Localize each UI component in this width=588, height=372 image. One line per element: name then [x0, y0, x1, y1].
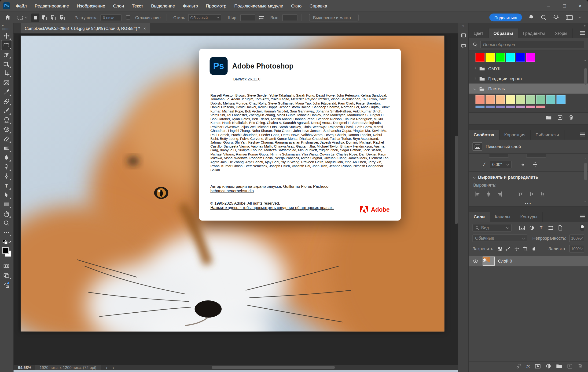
brush-tool[interactable] [1, 106, 11, 115]
add-selection-button[interactable] [40, 13, 48, 21]
expand-dock-button[interactable]: » [462, 23, 464, 29]
select-and-mask-button[interactable]: Выделение и маска... [309, 14, 359, 21]
toolbar-grip[interactable]: |||||||| [2, 28, 10, 31]
color-swatch-partial[interactable] [526, 106, 535, 108]
vertical-scrollbar-thumb[interactable] [455, 136, 458, 224]
feather-input[interactable]: 0 пикс. [101, 14, 122, 21]
color-swatch[interactable] [536, 95, 545, 104]
align-right-icon[interactable] [496, 191, 503, 197]
dodge-tool[interactable] [1, 162, 11, 172]
swatches-scrollbar[interactable]: ⌃ ⌄ [584, 51, 587, 112]
layer-row-selected[interactable]: Слой 0 [469, 256, 588, 266]
color-swatch[interactable] [486, 95, 495, 104]
more-options-dots[interactable]: ••• [469, 197, 588, 205]
menu-item[interactable]: Просмотр [206, 3, 226, 9]
color-swatch[interactable] [526, 95, 535, 104]
discover-bulb-icon[interactable] [553, 14, 559, 21]
tab-properties[interactable]: Свойства [469, 130, 500, 140]
tab-channels[interactable]: Каналы [490, 212, 515, 222]
object-selection-tool[interactable] [1, 59, 11, 69]
height-input[interactable] [282, 14, 297, 21]
scrollbar-thumb[interactable] [584, 163, 587, 180]
new-layer-icon[interactable] [567, 363, 573, 369]
crop-tool[interactable] [1, 69, 11, 78]
blend-mode-dropdown[interactable]: Обычные [472, 234, 527, 242]
fill-input[interactable]: 100% [569, 245, 584, 252]
color-swatch[interactable] [556, 95, 565, 104]
swatch-group-grayscale[interactable]: Градации серого [469, 73, 588, 83]
new-group-folder-icon[interactable] [546, 115, 552, 120]
color-swatch[interactable] [546, 95, 555, 104]
frame-tool[interactable] [1, 78, 11, 87]
filter-image-icon[interactable] [519, 225, 525, 230]
subtract-selection-button[interactable] [49, 13, 57, 21]
scroll-down-icon[interactable]: ⌄ [584, 200, 587, 203]
tab-adjustments[interactable]: Коррекция [499, 130, 531, 140]
intersect-selection-button[interactable] [58, 13, 66, 21]
align-center-h-icon[interactable] [486, 191, 492, 197]
trash-icon[interactable] [568, 115, 574, 120]
home-button[interactable] [3, 13, 12, 22]
tab-paths[interactable]: Контуры [515, 212, 543, 222]
new-selection-button[interactable] [31, 13, 39, 21]
quick-mask-button[interactable] [1, 261, 11, 271]
tab-patterns[interactable]: Узоры [550, 29, 573, 38]
color-swatch-partial[interactable] [486, 106, 495, 108]
layer-style-fx-button[interactable]: fx [526, 363, 530, 369]
history-brush-tool[interactable] [1, 125, 11, 134]
move-tool[interactable] [1, 31, 11, 40]
width-input[interactable] [240, 14, 255, 21]
tab-swatches[interactable]: Образцы [489, 29, 518, 38]
lock-artboard-icon[interactable] [523, 246, 528, 251]
behance-link[interactable]: behance.net/orbehstudio [210, 189, 254, 193]
close-button[interactable]: × [572, 0, 588, 12]
color-swatch[interactable] [486, 53, 495, 62]
pen-tool[interactable] [1, 172, 11, 181]
color-swatch-partial[interactable] [475, 106, 484, 108]
menu-item[interactable]: Слои [113, 3, 124, 9]
menu-item[interactable]: Окно [291, 3, 302, 9]
lock-pixels-brush-icon[interactable] [506, 246, 511, 251]
color-swatch[interactable] [496, 53, 505, 62]
screen-mode-button[interactable] [1, 271, 11, 280]
status-prev-icon[interactable]: ‹ [113, 365, 114, 370]
delete-layer-trash-icon[interactable] [578, 363, 583, 369]
add-mask-icon[interactable] [535, 363, 541, 369]
gradient-tool[interactable] [1, 144, 11, 153]
more-tools-button[interactable] [1, 228, 11, 237]
color-swatch[interactable] [496, 95, 505, 104]
menu-item[interactable]: Выделение [151, 3, 175, 9]
menu-item[interactable]: Текст [132, 3, 143, 9]
align-middle-v-icon[interactable] [528, 191, 534, 197]
workspace-icon[interactable] [566, 14, 573, 20]
foreground-background-swatches[interactable] [1, 246, 11, 259]
panel-menu-icon[interactable] [580, 215, 585, 218]
layer-visibility-eye-icon[interactable] [472, 259, 479, 263]
filter-toggle-switch[interactable] [580, 224, 584, 231]
lock-all-icon[interactable] [532, 246, 536, 251]
notifications-bell-icon[interactable] [528, 14, 534, 20]
eraser-tool[interactable] [1, 134, 11, 144]
antialias-checkbox[interactable] [126, 15, 130, 20]
menu-item[interactable]: Редактирование [35, 3, 69, 9]
color-swatch[interactable] [516, 95, 525, 104]
menu-item[interactable]: Подключаемые модули [234, 3, 283, 9]
new-group-icon[interactable] [556, 364, 562, 369]
color-swatch[interactable] [526, 53, 535, 62]
zoom-tool[interactable] [1, 218, 11, 228]
comments-panel-button[interactable] [459, 41, 468, 50]
toolbar-collapse-button[interactable]: » [0, 23, 13, 28]
scroll-up-icon[interactable]: ⌃ [584, 159, 587, 161]
lock-position-icon[interactable] [514, 246, 519, 251]
align-top-icon[interactable] [517, 191, 524, 197]
angle-input[interactable]: 0,00° [490, 161, 512, 168]
copyright-details-link[interactable]: Нажмите здесь, чтобы просмотреть сведени… [210, 205, 334, 210]
lock-transparency-icon[interactable] [497, 246, 502, 251]
tool-preset-button[interactable] [17, 14, 27, 21]
color-swatch-partial[interactable] [496, 106, 505, 108]
tab-gradients[interactable]: Градиенты [518, 29, 550, 38]
color-swatch[interactable] [475, 95, 484, 104]
tab-libraries[interactable]: Библиотеки [531, 130, 564, 140]
menu-item[interactable]: Фильтр [183, 3, 198, 9]
collapsed-panel-button[interactable] [459, 31, 468, 40]
